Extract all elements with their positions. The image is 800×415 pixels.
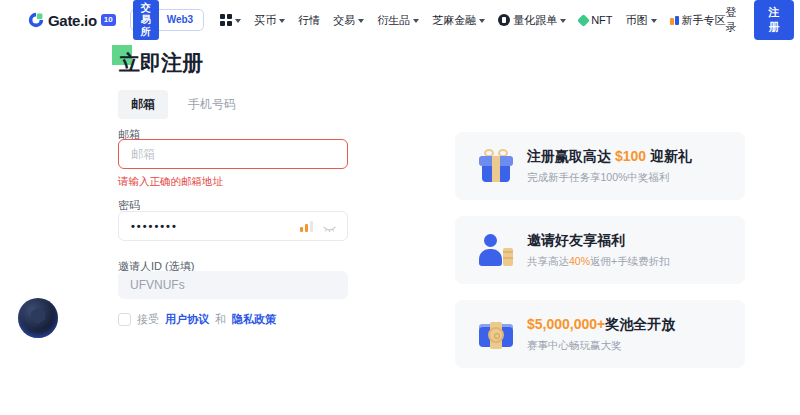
- nav-buy-crypto[interactable]: 买币: [254, 13, 285, 28]
- register-button[interactable]: 注册: [754, 0, 794, 40]
- nav-apps-menu[interactable]: [220, 14, 241, 26]
- main-nav: 买币 行情 交易 衍生品 芝麻金融 量化跟单 NFT 币图: [220, 13, 725, 28]
- caret-down-icon: [279, 19, 285, 23]
- caret-down-icon: [413, 19, 419, 23]
- gateio-logo[interactable]: Gate.io 10: [28, 12, 116, 29]
- password-strength-icon: [300, 220, 313, 232]
- password-input[interactable]: [131, 220, 281, 232]
- promo-card-prize-pool[interactable]: $5,000,000+奖池全开放 赛事中心畅玩赢大奖: [455, 300, 745, 368]
- caret-down-icon: [560, 19, 566, 23]
- tab-phone[interactable]: 手机号码: [188, 90, 236, 119]
- nav-charts[interactable]: 币图: [626, 13, 657, 28]
- email-error-message: 请输入正确的邮箱地址: [118, 175, 223, 189]
- gateio-logo-icon: [28, 12, 44, 28]
- toggle-exchange[interactable]: 交易所: [133, 0, 159, 40]
- caret-down-icon: [651, 19, 657, 23]
- support-chat-widget[interactable]: [18, 298, 58, 338]
- and-text: 和: [215, 312, 226, 327]
- promo-subtitle: 赛事中心畅玩赢大奖: [527, 339, 675, 353]
- nav-markets[interactable]: 行情: [298, 13, 320, 28]
- promo-card-welcome-bonus[interactable]: 注册赢取高达 $100 迎新礼 完成新手任务享100%中奖福利: [455, 132, 745, 200]
- prize-money-icon: [477, 315, 515, 353]
- tab-email[interactable]: 邮箱: [118, 90, 168, 119]
- top-navbar: Gate.io 10 交易所 Web3 买币 行情 交易 衍生品 芝麻金融: [0, 0, 800, 40]
- exchange-web3-toggle: 交易所 Web3: [130, 9, 205, 31]
- brand-name: Gate.io: [48, 12, 97, 29]
- promo-title: 邀请好友享福利: [527, 232, 670, 250]
- gift-icon: [477, 147, 515, 185]
- nft-icon: [577, 14, 590, 27]
- email-input[interactable]: [118, 139, 348, 169]
- privacy-link[interactable]: 隐私政策: [232, 312, 276, 327]
- quant-icon: [498, 14, 510, 26]
- promo-title: $5,000,000+奖池全开放: [527, 316, 675, 334]
- toggle-password-visibility-icon[interactable]: [322, 219, 337, 234]
- caret-down-icon: [358, 19, 364, 23]
- invite-friends-icon: [477, 231, 515, 269]
- password-field: [118, 211, 348, 241]
- anniversary-badge: 10: [101, 14, 116, 26]
- nav-trade[interactable]: 交易: [333, 13, 364, 28]
- toggle-web3[interactable]: Web3: [159, 12, 202, 28]
- register-method-tabs: 邮箱 手机号码: [118, 90, 236, 119]
- starter-icon: [670, 16, 679, 25]
- nav-copy-trading[interactable]: 量化跟单: [498, 13, 566, 28]
- promo-subtitle: 共享高达40%返佣+手续费折扣: [527, 255, 670, 269]
- nav-nft[interactable]: NFT: [579, 14, 612, 26]
- page-title: 立即注册: [119, 49, 203, 77]
- invite-id-input[interactable]: [118, 271, 348, 299]
- nav-derivatives[interactable]: 衍生品: [377, 13, 419, 28]
- caret-down-icon: [235, 19, 241, 23]
- agree-checkbox[interactable]: [118, 313, 131, 326]
- promo-subtitle: 完成新手任务享100%中奖福利: [527, 171, 692, 185]
- apps-grid-icon: [220, 14, 232, 26]
- terms-link[interactable]: 用户协议: [165, 312, 209, 327]
- nav-beginner-zone[interactable]: 新手专区: [670, 13, 726, 28]
- terms-agreement-row: 接受 用户协议 和 隐私政策: [118, 312, 276, 327]
- agree-prefix-text: 接受: [137, 312, 159, 327]
- header-actions: 登录 注册: [726, 0, 800, 40]
- login-link[interactable]: 登录: [726, 5, 744, 35]
- nav-finance[interactable]: 芝麻金融: [432, 13, 485, 28]
- caret-down-icon: [479, 19, 485, 23]
- promo-title: 注册赢取高达 $100 迎新礼: [527, 148, 692, 166]
- promo-card-referral[interactable]: 邀请好友享福利 共享高达40%返佣+手续费折扣: [455, 216, 745, 284]
